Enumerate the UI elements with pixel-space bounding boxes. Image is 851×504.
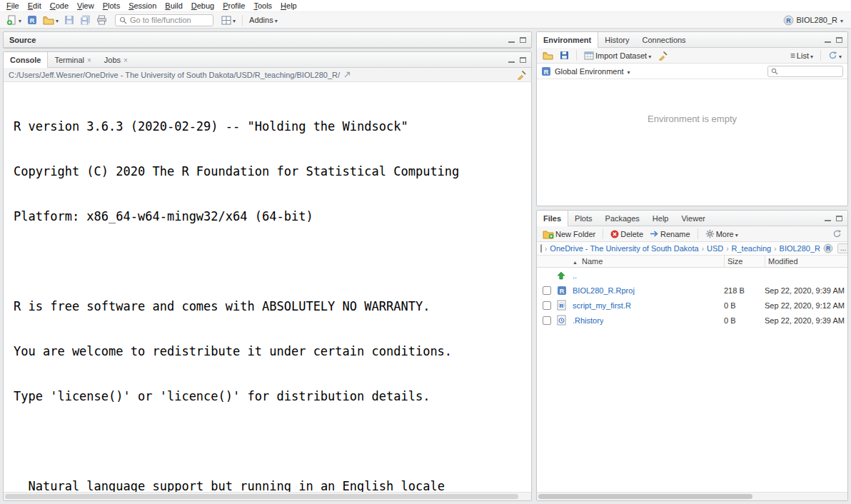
import-dataset-button[interactable]: Import Dataset [582, 50, 653, 61]
pane-layout-button[interactable] [219, 14, 238, 26]
environment-search-box[interactable] [767, 66, 843, 77]
clear-console-broom-icon[interactable] [516, 70, 526, 80]
breadcrumb-item[interactable]: R_teaching [732, 244, 772, 253]
row-checkbox[interactable] [543, 316, 551, 325]
new-folder-button[interactable]: New Folder [540, 228, 598, 241]
tab-plots[interactable]: Plots [568, 211, 598, 226]
tab-packages[interactable]: Packages [599, 211, 646, 226]
tab-viewer-label: Viewer [681, 214, 705, 223]
up-directory-link[interactable]: .. [573, 271, 577, 280]
header-size[interactable]: Size [724, 256, 765, 267]
save-workspace-button[interactable] [558, 49, 571, 61]
menu-file[interactable]: File [2, 1, 24, 11]
files-horizontal-scrollbar[interactable] [537, 492, 847, 500]
file-link[interactable]: script_my_first.R [573, 301, 631, 310]
new-file-button[interactable] [4, 14, 24, 27]
select-all-checkbox[interactable] [540, 244, 542, 253]
refresh-environment-button[interactable] [826, 49, 844, 61]
console-window-buttons [508, 57, 531, 63]
minimize-icon[interactable] [508, 57, 515, 63]
files-toolbar: New Folder Delete Rename More [537, 226, 847, 242]
environment-view-mode-button[interactable]: List [788, 49, 815, 62]
delete-button[interactable]: Delete [608, 228, 645, 240]
more-button[interactable]: More [703, 228, 740, 240]
import-dataset-label: Import Dataset [595, 51, 647, 60]
environment-search-input[interactable] [780, 67, 840, 76]
breadcrumb-item[interactable]: BIOL280_R [780, 244, 820, 253]
environment-scope-selector[interactable]: Global Environment [555, 67, 624, 76]
scrollbar-thumb[interactable] [538, 494, 752, 499]
menu-profile[interactable]: Profile [218, 1, 249, 11]
minimize-icon[interactable] [825, 216, 831, 221]
goto-file-search[interactable] [115, 14, 213, 26]
maximize-icon[interactable] [520, 37, 526, 43]
tab-jobs[interactable]: Jobs [98, 52, 134, 68]
open-file-button[interactable] [41, 14, 61, 26]
menu-debug[interactable]: Debug [187, 1, 218, 11]
tab-console[interactable]: Console [4, 52, 48, 68]
maximize-icon[interactable] [520, 57, 526, 63]
breadcrumb-item[interactable]: OneDrive - The University of South Dakot… [550, 244, 698, 253]
tab-viewer[interactable]: Viewer [675, 211, 711, 226]
menu-tools[interactable]: Tools [249, 1, 276, 11]
project-selector[interactable]: R BIOL280_R [780, 14, 847, 26]
breadcrumb-overflow-button[interactable]: ... [837, 243, 848, 253]
tab-environment-label: Environment [543, 36, 591, 44]
goto-directory-icon[interactable] [343, 71, 351, 79]
header-name[interactable]: Name [573, 256, 724, 267]
breadcrumb-item[interactable]: USD [707, 244, 723, 253]
tab-help-label: Help [653, 214, 669, 223]
tab-connections[interactable]: Connections [635, 32, 692, 48]
print-icon [96, 15, 107, 25]
refresh-files-button[interactable] [830, 228, 844, 240]
minimize-icon[interactable] [825, 37, 831, 43]
scrollbar-thumb[interactable] [5, 494, 518, 499]
table-row: R BIOL280_R.Rproj 218 B Sep 22, 2020, 9:… [537, 283, 847, 298]
addins-button[interactable]: Addins [247, 14, 280, 26]
chevron-down-icon [275, 16, 278, 24]
header-modified[interactable]: Modified [765, 256, 847, 267]
menu-edit[interactable]: Edit [24, 1, 46, 11]
files-tab-bar: Files Plots Packages Help Viewer [537, 211, 847, 226]
load-workspace-button[interactable] [540, 50, 555, 61]
files-window-buttons [825, 216, 847, 221]
menu-build[interactable]: Build [161, 1, 186, 11]
close-icon[interactable] [87, 56, 91, 64]
menu-plots[interactable]: Plots [99, 1, 124, 11]
row-checkbox[interactable] [543, 286, 551, 295]
breadcrumb-separator [545, 244, 547, 253]
header-select-column [537, 256, 557, 267]
close-icon[interactable] [124, 56, 128, 64]
print-button[interactable] [94, 14, 109, 26]
table-row-up-directory[interactable]: .. [537, 268, 847, 283]
console-output[interactable]: R version 3.6.3 (2020-02-29) -- "Holding… [4, 83, 531, 492]
clear-environment-broom-button[interactable] [655, 49, 670, 62]
console-horizontal-scrollbar[interactable] [4, 492, 531, 500]
menu-session[interactable]: Session [124, 1, 161, 11]
tab-history[interactable]: History [598, 32, 635, 48]
file-link[interactable]: .Rhistory [573, 316, 603, 325]
r-project-logo-icon[interactable]: R [823, 243, 833, 253]
tab-help[interactable]: Help [646, 211, 675, 226]
save-all-button[interactable] [78, 14, 93, 27]
tab-files[interactable]: Files [537, 211, 568, 226]
tab-environment[interactable]: Environment [537, 32, 598, 48]
minimize-icon[interactable] [508, 37, 515, 43]
maximize-icon[interactable] [836, 37, 842, 43]
rename-button[interactable]: Rename [648, 228, 693, 240]
tab-history-label: History [605, 36, 629, 44]
file-modified: Sep 22, 2020, 9:12 AM [765, 301, 847, 310]
save-button[interactable] [62, 14, 76, 26]
maximize-icon[interactable] [836, 216, 842, 221]
menu-help[interactable]: Help [276, 1, 301, 11]
save-icon [560, 51, 569, 60]
svg-text:R: R [544, 68, 549, 75]
tab-terminal[interactable]: Terminal [48, 52, 97, 68]
file-link[interactable]: BIOL280_R.Rproj [573, 286, 635, 295]
goto-file-input[interactable] [130, 16, 209, 24]
menu-view[interactable]: View [73, 1, 99, 11]
menu-code[interactable]: Code [46, 1, 73, 11]
row-checkbox[interactable] [543, 301, 551, 310]
new-project-button[interactable]: R [25, 14, 39, 26]
chevron-down-icon [735, 230, 738, 238]
